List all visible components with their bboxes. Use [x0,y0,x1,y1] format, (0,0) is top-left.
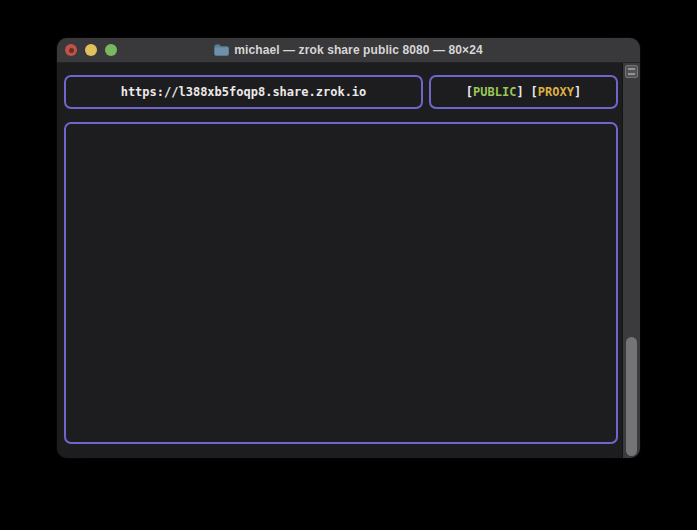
share-url-text: https://l388xb5foqp8.share.zrok.io [121,85,367,99]
window-controls [65,38,117,62]
split-pane-icon-line [628,73,635,75]
public-badge-open-bracket: [ [466,85,473,99]
titlebar[interactable]: michael — zrok share public 8080 — 80×24 [57,38,640,63]
share-mode-public-label: PUBLIC [473,85,516,99]
window-title: michael — zrok share public 8080 — 80×24 [214,43,482,57]
proxy-badge-close-bracket: ] [574,85,581,99]
share-mode-badges: [PUBLIC][PROXY] [466,85,581,99]
folder-icon [214,44,229,56]
maximize-button[interactable] [105,44,117,56]
request-log-panel [64,122,618,444]
zrok-tui: https://l388xb5foqp8.share.zrok.io [PUBL… [57,63,622,458]
backend-mode-proxy-label: PROXY [538,85,574,99]
scrollbar-thumb[interactable] [626,337,637,456]
split-pane-button[interactable] [625,65,638,78]
terminal-content[interactable]: https://l388xb5foqp8.share.zrok.io [PUBL… [57,63,640,458]
public-badge-close-bracket: ] [516,85,523,99]
terminal-window: michael — zrok share public 8080 — 80×24… [57,38,640,458]
share-mode-panel: [PUBLIC][PROXY] [429,75,618,109]
share-url-panel: https://l388xb5foqp8.share.zrok.io [64,75,423,109]
close-button[interactable] [65,44,77,56]
minimize-button[interactable] [85,44,97,56]
window-title-text: michael — zrok share public 8080 — 80×24 [234,43,482,57]
proxy-badge-open-bracket: [ [531,85,538,99]
split-pane-icon-line [628,68,635,70]
scrollbar-track[interactable] [622,63,640,458]
